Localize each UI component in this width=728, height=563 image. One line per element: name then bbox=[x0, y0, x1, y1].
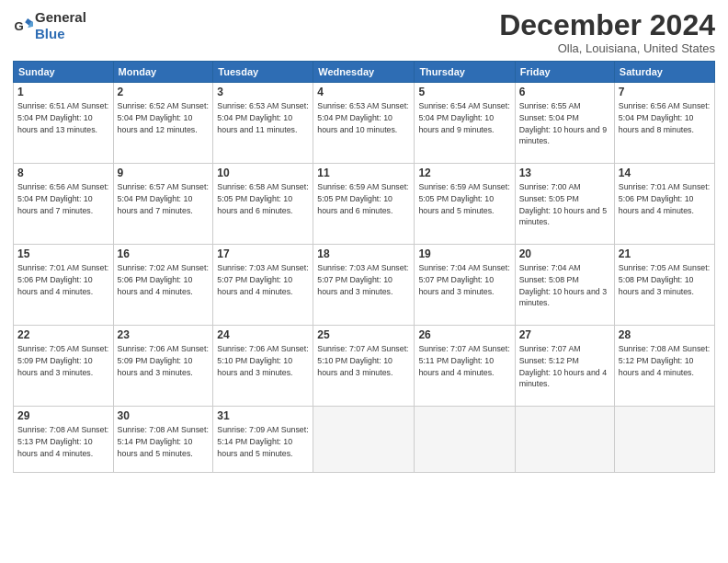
table-row: 9Sunrise: 6:57 AM Sunset: 5:04 PM Daylig… bbox=[113, 164, 213, 245]
day-number: 12 bbox=[418, 167, 510, 179]
table-row: 5Sunrise: 6:54 AM Sunset: 5:04 PM Daylig… bbox=[415, 83, 515, 164]
day-number: 13 bbox=[519, 167, 610, 179]
day-number: 20 bbox=[519, 247, 610, 260]
day-info: Sunrise: 6:54 AM Sunset: 5:04 PM Dayligh… bbox=[418, 100, 510, 135]
table-row: 13Sunrise: 7:00 AM Sunset: 5:05 PM Dayli… bbox=[515, 164, 614, 245]
svg-text:G: G bbox=[14, 19, 23, 33]
day-number: 23 bbox=[118, 328, 210, 341]
day-number: 3 bbox=[217, 86, 309, 98]
calendar-week-row: 22Sunrise: 7:05 AM Sunset: 5:09 PM Dayli… bbox=[14, 326, 715, 407]
table-row: 22Sunrise: 7:05 AM Sunset: 5:09 PM Dayli… bbox=[14, 326, 114, 407]
day-info: Sunrise: 6:53 AM Sunset: 5:04 PM Dayligh… bbox=[217, 100, 309, 135]
col-monday: Monday bbox=[113, 62, 213, 83]
day-number: 5 bbox=[418, 86, 510, 98]
day-info: Sunrise: 6:51 AM Sunset: 5:04 PM Dayligh… bbox=[17, 100, 109, 135]
day-info: Sunrise: 7:02 AM Sunset: 5:06 PM Dayligh… bbox=[118, 262, 210, 297]
calendar-table: Sunday Monday Tuesday Wednesday Thursday… bbox=[13, 61, 715, 473]
table-row bbox=[415, 407, 515, 473]
day-number: 29 bbox=[17, 409, 109, 422]
day-number: 14 bbox=[619, 167, 711, 179]
day-info: Sunrise: 6:56 AM Sunset: 5:04 PM Dayligh… bbox=[619, 100, 711, 135]
day-number: 17 bbox=[217, 247, 309, 260]
calendar-week-row: 1Sunrise: 6:51 AM Sunset: 5:04 PM Daylig… bbox=[14, 83, 715, 164]
table-row: 28Sunrise: 7:08 AM Sunset: 5:12 PM Dayli… bbox=[614, 326, 714, 407]
table-row: 3Sunrise: 6:53 AM Sunset: 5:04 PM Daylig… bbox=[213, 83, 313, 164]
day-number: 16 bbox=[118, 247, 210, 260]
day-number: 11 bbox=[317, 167, 410, 179]
day-number: 18 bbox=[317, 247, 410, 260]
day-info: Sunrise: 7:05 AM Sunset: 5:08 PM Dayligh… bbox=[619, 262, 711, 297]
day-info: Sunrise: 6:53 AM Sunset: 5:04 PM Dayligh… bbox=[317, 100, 410, 135]
title-area: December 2024 Olla, Louisiana, United St… bbox=[499, 9, 715, 55]
day-info: Sunrise: 7:01 AM Sunset: 5:06 PM Dayligh… bbox=[619, 181, 711, 216]
day-info: Sunrise: 7:07 AM Sunset: 5:12 PM Dayligh… bbox=[519, 343, 610, 390]
day-number: 8 bbox=[17, 167, 109, 179]
day-info: Sunrise: 7:04 AM Sunset: 5:08 PM Dayligh… bbox=[519, 262, 610, 309]
table-row: 10Sunrise: 6:58 AM Sunset: 5:05 PM Dayli… bbox=[213, 164, 313, 245]
day-info: Sunrise: 7:04 AM Sunset: 5:07 PM Dayligh… bbox=[418, 262, 510, 297]
location: Olla, Louisiana, United States bbox=[499, 41, 715, 55]
day-number: 30 bbox=[118, 409, 210, 422]
table-row: 2Sunrise: 6:52 AM Sunset: 5:04 PM Daylig… bbox=[113, 83, 213, 164]
day-number: 7 bbox=[619, 86, 711, 98]
table-row: 29Sunrise: 7:08 AM Sunset: 5:13 PM Dayli… bbox=[14, 407, 114, 473]
table-row: 20Sunrise: 7:04 AM Sunset: 5:08 PM Dayli… bbox=[515, 245, 614, 326]
day-info: Sunrise: 7:01 AM Sunset: 5:06 PM Dayligh… bbox=[17, 262, 109, 297]
table-row: 1Sunrise: 6:51 AM Sunset: 5:04 PM Daylig… bbox=[14, 83, 114, 164]
day-number: 31 bbox=[217, 409, 309, 422]
day-info: Sunrise: 7:03 AM Sunset: 5:07 PM Dayligh… bbox=[317, 262, 410, 297]
table-row bbox=[313, 407, 415, 473]
table-row: 6Sunrise: 6:55 AM Sunset: 5:04 PM Daylig… bbox=[515, 83, 614, 164]
table-row: 8Sunrise: 6:56 AM Sunset: 5:04 PM Daylig… bbox=[14, 164, 114, 245]
calendar-week-row: 15Sunrise: 7:01 AM Sunset: 5:06 PM Dayli… bbox=[14, 245, 715, 326]
day-number: 9 bbox=[118, 167, 210, 179]
logo-text: General Blue bbox=[35, 9, 86, 42]
table-row: 27Sunrise: 7:07 AM Sunset: 5:12 PM Dayli… bbox=[515, 326, 614, 407]
table-row: 16Sunrise: 7:02 AM Sunset: 5:06 PM Dayli… bbox=[113, 245, 213, 326]
col-thursday: Thursday bbox=[415, 62, 515, 83]
table-row bbox=[614, 407, 714, 473]
page-container: G General Blue December 2024 Olla, Louis… bbox=[0, 0, 728, 482]
logo-general: General bbox=[35, 9, 86, 25]
day-info: Sunrise: 6:59 AM Sunset: 5:05 PM Dayligh… bbox=[317, 181, 410, 216]
logo-blue: Blue bbox=[35, 26, 65, 41]
logo-icon: G bbox=[13, 16, 33, 36]
table-row: 14Sunrise: 7:01 AM Sunset: 5:06 PM Dayli… bbox=[614, 164, 714, 245]
day-number: 22 bbox=[17, 328, 109, 341]
day-info: Sunrise: 6:59 AM Sunset: 5:05 PM Dayligh… bbox=[418, 181, 510, 216]
calendar-week-row: 8Sunrise: 6:56 AM Sunset: 5:04 PM Daylig… bbox=[14, 164, 715, 245]
table-row: 17Sunrise: 7:03 AM Sunset: 5:07 PM Dayli… bbox=[213, 245, 313, 326]
day-number: 10 bbox=[217, 167, 309, 179]
day-info: Sunrise: 6:55 AM Sunset: 5:04 PM Dayligh… bbox=[519, 100, 610, 147]
day-number: 15 bbox=[17, 247, 109, 260]
day-info: Sunrise: 6:58 AM Sunset: 5:05 PM Dayligh… bbox=[217, 181, 309, 216]
day-info: Sunrise: 6:52 AM Sunset: 5:04 PM Dayligh… bbox=[118, 100, 210, 135]
calendar-week-row: 29Sunrise: 7:08 AM Sunset: 5:13 PM Dayli… bbox=[14, 407, 715, 473]
table-row: 30Sunrise: 7:08 AM Sunset: 5:14 PM Dayli… bbox=[113, 407, 213, 473]
calendar-header-row: Sunday Monday Tuesday Wednesday Thursday… bbox=[14, 62, 715, 83]
table-row: 12Sunrise: 6:59 AM Sunset: 5:05 PM Dayli… bbox=[415, 164, 515, 245]
table-row: 18Sunrise: 7:03 AM Sunset: 5:07 PM Dayli… bbox=[313, 245, 415, 326]
table-row bbox=[515, 407, 614, 473]
day-info: Sunrise: 7:06 AM Sunset: 5:10 PM Dayligh… bbox=[217, 343, 309, 378]
day-info: Sunrise: 6:57 AM Sunset: 5:04 PM Dayligh… bbox=[118, 181, 210, 216]
day-info: Sunrise: 7:08 AM Sunset: 5:12 PM Dayligh… bbox=[619, 343, 711, 378]
day-number: 6 bbox=[519, 86, 610, 98]
table-row: 7Sunrise: 6:56 AM Sunset: 5:04 PM Daylig… bbox=[614, 83, 714, 164]
day-number: 26 bbox=[418, 328, 510, 341]
table-row: 15Sunrise: 7:01 AM Sunset: 5:06 PM Dayli… bbox=[14, 245, 114, 326]
table-row: 21Sunrise: 7:05 AM Sunset: 5:08 PM Dayli… bbox=[614, 245, 714, 326]
col-saturday: Saturday bbox=[614, 62, 714, 83]
day-info: Sunrise: 7:05 AM Sunset: 5:09 PM Dayligh… bbox=[17, 343, 109, 378]
day-info: Sunrise: 7:06 AM Sunset: 5:09 PM Dayligh… bbox=[118, 343, 210, 378]
col-friday: Friday bbox=[515, 62, 614, 83]
day-info: Sunrise: 7:03 AM Sunset: 5:07 PM Dayligh… bbox=[217, 262, 309, 297]
table-row: 25Sunrise: 7:07 AM Sunset: 5:10 PM Dayli… bbox=[313, 326, 415, 407]
table-row: 4Sunrise: 6:53 AM Sunset: 5:04 PM Daylig… bbox=[313, 83, 415, 164]
day-info: Sunrise: 7:08 AM Sunset: 5:14 PM Dayligh… bbox=[118, 424, 210, 459]
col-sunday: Sunday bbox=[14, 62, 114, 83]
day-info: Sunrise: 6:56 AM Sunset: 5:04 PM Dayligh… bbox=[17, 181, 109, 216]
day-number: 27 bbox=[519, 328, 610, 341]
day-number: 19 bbox=[418, 247, 510, 260]
day-info: Sunrise: 7:08 AM Sunset: 5:13 PM Dayligh… bbox=[17, 424, 109, 459]
